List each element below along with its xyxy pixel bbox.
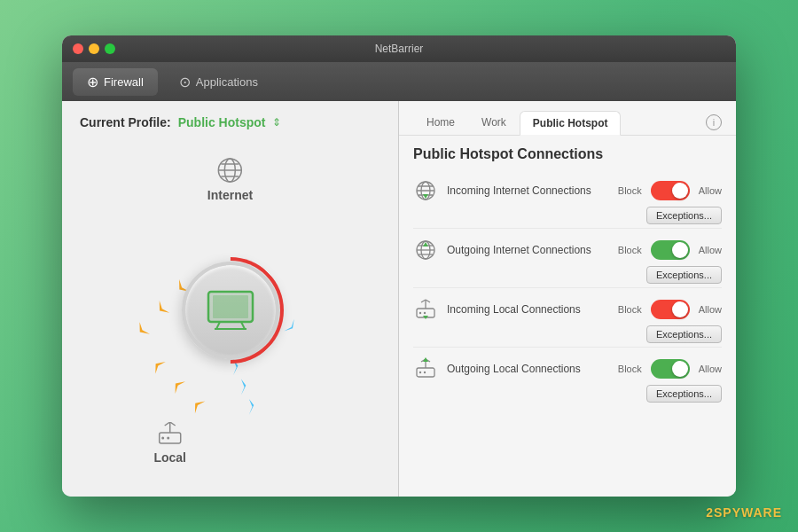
svg-marker-21 (241, 379, 246, 395)
section-title: Public Hotspot Connections (399, 136, 736, 169)
internet-label: Internet (207, 188, 253, 202)
content-area: Current Profile: Public Hotspot ⇕ Intern… (62, 101, 736, 497)
outgoing-internet-item: Outgoing Internet Connections Block Allo… (413, 229, 722, 288)
incoming-local-icon (413, 297, 438, 322)
incoming-internet-block: Block (618, 185, 642, 196)
tab-home[interactable]: Home (413, 110, 468, 135)
maximize-button[interactable] (105, 43, 115, 54)
outgoing-internet-row: Outgoing Internet Connections Block Allo… (413, 238, 722, 262)
incoming-internet-allow: Allow (699, 185, 722, 196)
svg-marker-11 (135, 322, 150, 338)
incoming-internet-exceptions-btn[interactable]: Exceptions... (646, 207, 722, 224)
profile-dropdown-icon[interactable]: ⇕ (272, 116, 281, 129)
current-profile: Current Profile: Public Hotspot ⇕ (80, 115, 380, 129)
connections-list: Incoming Internet Connections Block Allo… (399, 169, 736, 497)
toggle-knob (672, 361, 688, 377)
profile-tabs: Home Work Public Hotspot i (399, 101, 736, 136)
svg-line-10 (170, 422, 176, 426)
outgoing-local-row: Outgoing Local Connections Block Allow (413, 356, 722, 381)
outgoing-local-item: Outgoing Local Connections Block Allow E… (413, 348, 722, 406)
network-diagram: Internet Local (80, 138, 380, 482)
router-icon (156, 422, 184, 447)
window-controls (73, 43, 115, 54)
internet-node: Internet (207, 156, 253, 202)
watermark-text: 2SPYWAR (706, 505, 772, 520)
svg-line-45 (421, 300, 426, 302)
title-bar: NetBarrier (62, 35, 736, 62)
svg-marker-17 (151, 357, 166, 373)
outgoing-internet-toggle[interactable] (651, 240, 690, 260)
outgoing-local-allow: Allow (699, 364, 722, 374)
watermark-highlight: E (773, 505, 782, 520)
svg-point-43 (424, 312, 426, 314)
firewall-icon: ⊕ (87, 74, 98, 90)
computer-circle (182, 262, 279, 359)
incoming-local-item: Incoming Local Connections Block Allow E… (413, 288, 722, 348)
tab-work[interactable]: Work (468, 110, 520, 135)
svg-line-9 (165, 422, 170, 426)
incoming-local-toggle[interactable] (651, 300, 690, 319)
incoming-local-exceptions-row: Exceptions... (413, 325, 722, 343)
applications-icon: ⊙ (179, 74, 191, 90)
outgoing-local-icon (413, 356, 438, 381)
incoming-internet-toggle[interactable] (651, 181, 690, 200)
outgoing-internet-exceptions-btn[interactable]: Exceptions... (646, 266, 722, 284)
incoming-local-label: Incoming Local Connections (447, 303, 609, 316)
incoming-local-allow: Allow (699, 304, 722, 315)
profile-value: Public Hotspot (178, 115, 266, 129)
tab-public-hotspot[interactable]: Public Hotspot (520, 111, 622, 136)
outgoing-local-block: Block (618, 364, 642, 374)
svg-point-49 (419, 372, 421, 373)
svg-marker-22 (249, 399, 254, 415)
toggle-knob (672, 301, 688, 317)
outgoing-local-toggle[interactable] (651, 359, 690, 379)
outgoing-local-exceptions-row: Exceptions... (413, 385, 722, 403)
profile-label: Current Profile: (80, 115, 171, 129)
window-title: NetBarrier (375, 43, 424, 55)
svg-marker-54 (423, 357, 428, 362)
incoming-internet-label: Incoming Internet Connections (447, 184, 609, 197)
incoming-internet-exceptions-row: Exceptions... (413, 207, 722, 224)
outgoing-internet-allow: Allow (699, 245, 722, 255)
tab-firewall[interactable]: ⊕ Firewall (73, 68, 158, 96)
svg-marker-18 (170, 378, 185, 394)
toggle-knob (672, 242, 688, 258)
router-up-icon (414, 357, 437, 380)
local-label: Local (153, 450, 186, 465)
minimize-button[interactable] (89, 43, 99, 54)
svg-line-46 (426, 300, 430, 302)
globe-up-icon (414, 239, 437, 262)
svg-marker-19 (190, 397, 205, 413)
right-panel: Home Work Public Hotspot i Public Hotspo… (399, 101, 736, 497)
globe-down-icon (414, 179, 437, 202)
incoming-local-exceptions-btn[interactable]: Exceptions... (646, 325, 722, 343)
svg-point-6 (161, 437, 164, 440)
incoming-local-block: Block (618, 304, 642, 315)
outgoing-internet-label: Outgoing Internet Connections (447, 244, 609, 256)
globe-icon (216, 156, 245, 184)
svg-point-7 (167, 437, 169, 440)
watermark: 2SPYWARE (706, 505, 782, 520)
svg-marker-16 (284, 319, 298, 334)
left-panel: Current Profile: Public Hotspot ⇕ Intern… (62, 101, 399, 497)
outgoing-internet-block: Block (618, 245, 642, 255)
outgoing-local-exceptions-btn[interactable]: Exceptions... (646, 385, 722, 403)
info-button[interactable]: i (706, 114, 722, 130)
svg-point-50 (424, 372, 426, 373)
toolbar: ⊕ Firewall ⊙ Applications (62, 62, 736, 101)
local-node: Local (153, 422, 186, 465)
incoming-internet-item: Incoming Internet Connections Block Allo… (413, 169, 722, 229)
svg-marker-12 (154, 301, 169, 317)
tab-firewall-label: Firewall (104, 75, 144, 89)
svg-point-42 (419, 312, 421, 314)
red-arc (155, 235, 306, 386)
incoming-internet-row: Incoming Internet Connections Block Allo… (413, 178, 722, 203)
app-window: NetBarrier ⊕ Firewall ⊙ Applications Cur… (62, 35, 736, 497)
tab-applications[interactable]: ⊙ Applications (165, 68, 272, 96)
close-button[interactable] (73, 43, 83, 54)
outgoing-internet-exceptions-row: Exceptions... (413, 266, 722, 284)
tab-applications-label: Applications (196, 75, 258, 89)
incoming-local-row: Incoming Local Connections Block Allow (413, 297, 722, 322)
outgoing-local-label: Outgoing Local Connections (447, 363, 609, 375)
outgoing-internet-icon (413, 238, 438, 262)
